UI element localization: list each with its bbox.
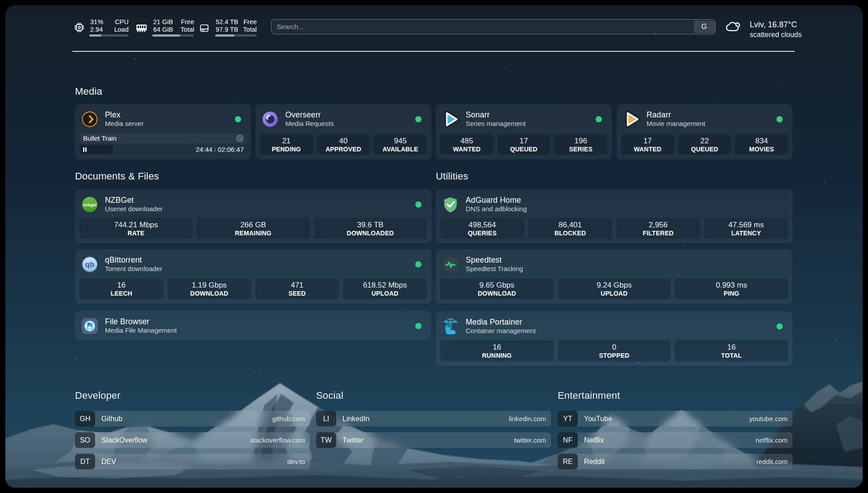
svg-text:nzbget: nzbget <box>83 202 97 207</box>
svg-text:qb: qb <box>85 260 95 269</box>
